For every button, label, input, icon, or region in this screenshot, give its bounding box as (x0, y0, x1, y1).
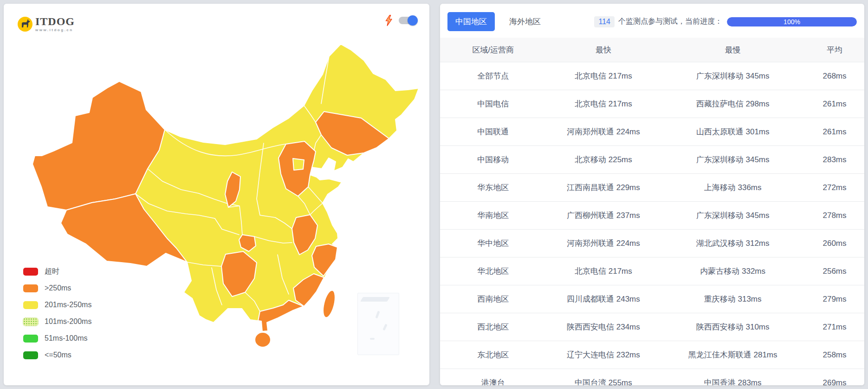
table-cell: 256ms (805, 257, 864, 285)
progress-bar: 100% (727, 17, 857, 26)
table-row: 中国移动北京移动 225ms广东深圳移动 345ms283ms (440, 146, 864, 174)
table-cell: 中国台湾 255ms (546, 369, 661, 386)
monitor-info: 114 个监测点参与测试，当前进度： 100% (594, 16, 857, 27)
column-header: 最快 (546, 38, 661, 62)
table-cell: 东北地区 (440, 341, 546, 369)
table-cell: 西北地区 (440, 313, 546, 341)
legend-label: 201ms-250ms (45, 301, 91, 309)
legend-label: 101ms-200ms (45, 317, 91, 326)
lightning-icon[interactable] (385, 15, 392, 26)
table-cell: 中国移动 (440, 146, 546, 174)
table-cell: 271ms (805, 313, 864, 341)
table-cell: 261ms (805, 90, 864, 118)
table-header-row: 区域/运营商最快最慢平均 (440, 38, 864, 62)
table-cell: 北京电信 217ms (546, 257, 661, 285)
table-cell: 260ms (805, 230, 864, 257)
table-row: 华东地区江西南昌联通 229ms上海移动 336ms272ms (440, 174, 864, 202)
table-row: 港澳台中国台湾 255ms中国香港 283ms269ms (440, 369, 864, 386)
table-cell: 中国电信 (440, 90, 546, 118)
table-cell: 北京电信 217ms (546, 62, 661, 90)
table-cell: 华北地区 (440, 257, 546, 285)
table-cell: 261ms (805, 118, 864, 146)
table-cell: 湖北武汉移动 312ms (661, 230, 805, 257)
legend-label: <=50ms (45, 351, 71, 359)
column-header: 平均 (805, 38, 864, 62)
table-cell: 陕西西安移动 310ms (661, 313, 805, 341)
table-cell: 江西南昌联通 229ms (546, 174, 661, 202)
table-cell: 华东地区 (440, 174, 546, 202)
legend-item: <=50ms (23, 350, 91, 360)
table-cell: 中国联通 (440, 118, 546, 146)
table-cell: 广东深圳移动 345ms (661, 62, 805, 90)
table-cell: 河南郑州联通 224ms (546, 118, 661, 146)
legend-label: >250ms (45, 284, 71, 292)
table-cell: 中国香港 283ms (661, 369, 805, 386)
south-china-sea-inset (357, 293, 399, 355)
table-cell: 华南地区 (440, 202, 546, 230)
results-toolbar: 中国地区 海外地区 114 个监测点参与测试，当前进度： 100% (440, 4, 864, 38)
legend-swatch (23, 318, 38, 326)
table-cell: 西南地区 (440, 285, 546, 313)
table-row: 东北地区辽宁大连电信 232ms黑龙江佳木斯联通 281ms258ms (440, 341, 864, 369)
table-cell: 华中地区 (440, 230, 546, 257)
table-cell: 黑龙江佳木斯联通 281ms (661, 341, 805, 369)
table-row: 中国联通河南郑州联通 224ms山西太原联通 301ms261ms (440, 118, 864, 146)
table-row: 华南地区广西柳州联通 237ms广东深圳移动 345ms278ms (440, 202, 864, 230)
tab-china-region[interactable]: 中国地区 (447, 12, 495, 31)
table-cell: 269ms (805, 369, 864, 386)
table-cell: 279ms (805, 285, 864, 313)
province-taiwan (321, 289, 337, 319)
table-cell: 西藏拉萨电信 298ms (661, 90, 805, 118)
latency-table: 区域/运营商最快最慢平均 全部节点北京电信 217ms广东深圳移动 345ms2… (440, 38, 864, 385)
table-cell: 全部节点 (440, 62, 546, 90)
table-cell: 283ms (805, 146, 864, 174)
legend-item: >250ms (23, 284, 91, 293)
table-row: 全部节点北京电信 217ms广东深圳移动 345ms268ms (440, 62, 864, 90)
table-cell: 内蒙古移动 332ms (661, 257, 805, 285)
table-cell: 广东深圳移动 345ms (661, 202, 805, 230)
monitor-count-badge: 114 (594, 16, 615, 27)
dog-icon (18, 17, 32, 32)
legend-item: 201ms-250ms (23, 300, 91, 310)
legend-swatch (23, 268, 38, 276)
province-hainan (255, 332, 271, 347)
table-cell: 广西柳州联通 237ms (546, 202, 661, 230)
legend-swatch (23, 351, 38, 359)
table-cell: 港澳台 (440, 369, 546, 386)
brand-url: www.itdog.cn (35, 28, 75, 32)
table-cell: 陕西西安电信 234ms (546, 313, 661, 341)
table-cell: 重庆移动 313ms (661, 285, 805, 313)
legend-swatch (23, 301, 38, 309)
column-header: 区域/运营商 (440, 38, 546, 62)
table-cell: 广东深圳移动 345ms (661, 146, 805, 174)
table-cell: 山西太原联通 301ms (661, 118, 805, 146)
table-row: 华北地区北京电信 217ms内蒙古移动 332ms256ms (440, 257, 864, 285)
legend-label: 51ms-100ms (45, 334, 87, 343)
legend-label: 超时 (45, 267, 59, 277)
map-display-toggle[interactable] (399, 17, 416, 24)
legend-swatch (23, 284, 38, 292)
legend-item: 超时 (23, 267, 91, 276)
table-cell: 268ms (805, 62, 864, 90)
legend-item: 51ms-100ms (23, 334, 91, 343)
table-cell: 四川成都联通 243ms (546, 285, 661, 313)
results-panel: 中国地区 海外地区 114 个监测点参与测试，当前进度： 100% 区域/运营商… (440, 4, 864, 385)
itdog-logo[interactable]: ITDOG www.itdog.cn (18, 16, 75, 32)
table-row: 中国电信北京电信 217ms西藏拉萨电信 298ms261ms (440, 90, 864, 118)
latency-legend: 超时>250ms201ms-250ms101ms-200ms51ms-100ms… (23, 267, 91, 367)
brand-name: ITDOG (35, 16, 75, 27)
tab-overseas-region[interactable]: 海外地区 (501, 12, 549, 31)
column-header: 最慢 (661, 38, 805, 62)
table-cell: 258ms (805, 341, 864, 369)
table-cell: 北京电信 217ms (546, 90, 661, 118)
table-cell: 北京移动 225ms (546, 146, 661, 174)
legend-item: 101ms-200ms (23, 317, 91, 326)
table-row: 西南地区四川成都联通 243ms重庆移动 313ms279ms (440, 285, 864, 313)
table-row: 西北地区陕西西安电信 234ms陕西西安移动 310ms271ms (440, 313, 864, 341)
table-cell: 278ms (805, 202, 864, 230)
map-panel: ITDOG www.itdog.cn 超时>250ms201ms-250ms10… (4, 4, 429, 385)
monitor-text: 个监测点参与测试，当前进度： (618, 17, 722, 26)
progress-fill: 100% (727, 17, 857, 26)
table-cell: 272ms (805, 174, 864, 202)
table-cell: 上海移动 336ms (661, 174, 805, 202)
